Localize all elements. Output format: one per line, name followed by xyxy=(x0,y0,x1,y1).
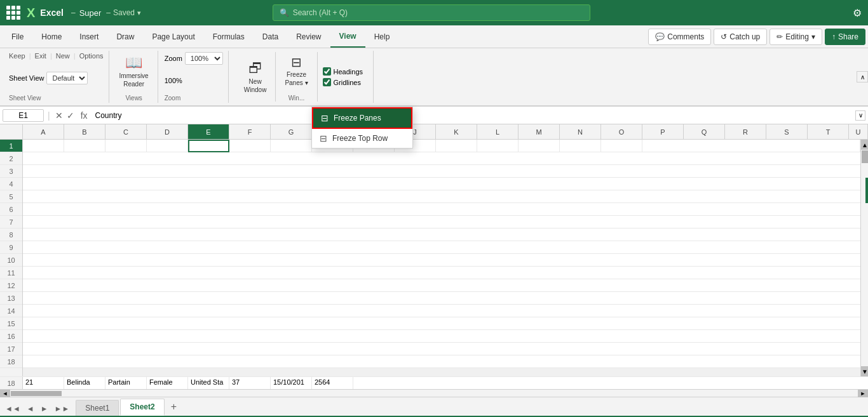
tab-view[interactable]: View xyxy=(330,25,365,48)
tab-page-layout[interactable]: Page Layout xyxy=(143,25,203,48)
row-18-label[interactable]: 18 xyxy=(0,355,22,368)
row-16[interactable]: 16 xyxy=(0,330,22,343)
cell-p1[interactable] xyxy=(642,140,860,152)
immersive-reader-button[interactable]: 📖 Immersive Reader xyxy=(116,52,153,90)
cell-e18[interactable]: United Sta xyxy=(188,377,229,389)
cell-e1[interactable] xyxy=(188,140,229,152)
row-6[interactable]: 6 xyxy=(0,203,22,216)
col-header-o[interactable]: O xyxy=(601,124,642,139)
tab-file[interactable]: File xyxy=(3,25,32,48)
cell-a18[interactable]: 21 xyxy=(23,377,64,389)
h-scrollbar-thumb[interactable] xyxy=(11,391,62,396)
row-3[interactable]: 3 xyxy=(0,165,22,178)
scrollbar-thumb[interactable] xyxy=(862,150,868,163)
formula-confirm-icon[interactable]: ✓ xyxy=(65,109,76,122)
new-window-button[interactable]: 🗗 New Window xyxy=(240,58,271,96)
sheet-tab-sheet2[interactable]: Sheet2 xyxy=(120,399,164,416)
row-8[interactable]: 8 xyxy=(0,228,22,241)
row-10[interactable]: 10 xyxy=(0,254,22,267)
sheet-tab-sheet1[interactable]: Sheet1 xyxy=(76,400,119,416)
cell-b18[interactable]: Belinda xyxy=(64,377,105,389)
title-chevron-icon[interactable]: ▾ xyxy=(137,9,141,17)
col-header-u[interactable]: U xyxy=(849,124,868,139)
zoom-select[interactable]: 100% xyxy=(185,52,223,65)
waffle-icon[interactable] xyxy=(6,6,20,20)
vertical-scrollbar[interactable]: ▲ ▼ xyxy=(860,140,868,376)
cell-f1[interactable] xyxy=(229,140,271,152)
col-header-a[interactable]: A xyxy=(23,124,64,139)
catch-up-button[interactable]: ↺ Catch up xyxy=(714,29,767,45)
scroll-left-button[interactable]: ◄ xyxy=(0,390,10,397)
col-header-e[interactable]: E xyxy=(188,124,229,139)
editing-button[interactable]: ✏ Editing ▾ xyxy=(770,29,822,45)
row-11[interactable]: 11 xyxy=(0,267,22,279)
scroll-up-button[interactable]: ▲ xyxy=(861,140,868,150)
sheet-nav-last[interactable]: ►► xyxy=(52,402,72,416)
freeze-panes-option[interactable]: ⊟ Freeze Panes xyxy=(312,107,412,129)
col-header-q[interactable]: Q xyxy=(684,124,725,139)
cell-l1[interactable] xyxy=(477,140,519,152)
col-header-s[interactable]: S xyxy=(766,124,808,139)
col-header-r[interactable]: R xyxy=(725,124,766,139)
col-header-p[interactable]: P xyxy=(642,124,684,139)
cell-o1[interactable] xyxy=(601,140,642,152)
add-sheet-button[interactable]: + xyxy=(166,398,182,416)
sheet-nav-next[interactable]: ► xyxy=(38,402,51,416)
search-bar[interactable]: 🔍 Search (Alt + Q) xyxy=(273,4,590,21)
cell-d18[interactable]: Female xyxy=(147,377,188,389)
formula-input[interactable] xyxy=(93,110,851,121)
row-1[interactable]: 1 xyxy=(0,140,22,152)
cell-f18[interactable]: 37 xyxy=(229,377,271,389)
sheet-nav-prev[interactable]: ◄ xyxy=(24,402,37,416)
tab-insert[interactable]: Insert xyxy=(71,25,107,48)
sheet-view-select[interactable]: Default xyxy=(46,72,88,84)
scroll-right-button[interactable]: ► xyxy=(858,390,868,397)
freeze-top-row-option[interactable]: ⊟ Freeze Top Row xyxy=(312,129,412,148)
row-4[interactable]: 4 xyxy=(0,178,22,190)
cell-n1[interactable] xyxy=(560,140,601,152)
keep-label[interactable]: Keep xyxy=(9,52,25,60)
col-header-l[interactable]: L xyxy=(477,124,519,139)
row-12[interactable]: 12 xyxy=(0,279,22,292)
cell-d1[interactable] xyxy=(147,140,188,152)
tab-draw[interactable]: Draw xyxy=(107,25,143,48)
row-18-num[interactable]: 18 xyxy=(0,377,23,389)
col-header-b[interactable]: B xyxy=(64,124,105,139)
col-header-t[interactable]: T xyxy=(808,124,849,139)
col-header-n[interactable]: N xyxy=(560,124,601,139)
cell-c1[interactable] xyxy=(105,140,147,152)
row-13[interactable]: 13 xyxy=(0,292,22,305)
headings-checkbox-row[interactable]: Headings xyxy=(323,67,363,76)
tab-help[interactable]: Help xyxy=(365,25,399,48)
cell-g18[interactable]: 15/10/201 xyxy=(271,377,312,389)
col-header-g[interactable]: G xyxy=(271,124,312,139)
formula-cancel-icon[interactable]: ✕ xyxy=(54,109,64,122)
comments-button[interactable]: 💬 Comments xyxy=(648,29,711,45)
cell-m1[interactable] xyxy=(519,140,560,152)
cell-h18[interactable]: 2564 xyxy=(312,377,353,389)
cell-b1[interactable] xyxy=(64,140,105,152)
tab-data[interactable]: Data xyxy=(254,25,287,48)
cell-a1[interactable] xyxy=(23,140,64,152)
row-2[interactable]: 2 xyxy=(0,152,22,165)
tab-formulas[interactable]: Formulas xyxy=(204,25,254,48)
gridlines-checkbox-row[interactable]: Gridlines xyxy=(323,78,363,86)
row-17[interactable]: 17 xyxy=(0,343,22,355)
share-button[interactable]: ↑ Share xyxy=(825,29,865,45)
new-label[interactable]: New xyxy=(56,52,70,60)
col-header-f[interactable]: F xyxy=(229,124,271,139)
formula-eq-icon[interactable]: fx xyxy=(78,110,90,121)
tab-home[interactable]: Home xyxy=(32,25,71,48)
col-header-k[interactable]: K xyxy=(436,124,477,139)
col-header-d[interactable]: D xyxy=(147,124,188,139)
col-header-c[interactable]: C xyxy=(105,124,147,139)
sheet-nav-first[interactable]: ◄◄ xyxy=(3,402,23,416)
cell-reference-input[interactable] xyxy=(3,109,44,122)
cell-c18[interactable]: Partain xyxy=(105,377,147,389)
horizontal-scrollbar[interactable]: ◄ ► xyxy=(0,389,868,397)
gridlines-checkbox[interactable] xyxy=(323,78,331,86)
ribbon-collapse-button[interactable]: ∧ xyxy=(857,71,868,83)
col-header-m[interactable]: M xyxy=(519,124,560,139)
row-15[interactable]: 15 xyxy=(0,317,22,330)
tab-review[interactable]: Review xyxy=(287,25,330,48)
